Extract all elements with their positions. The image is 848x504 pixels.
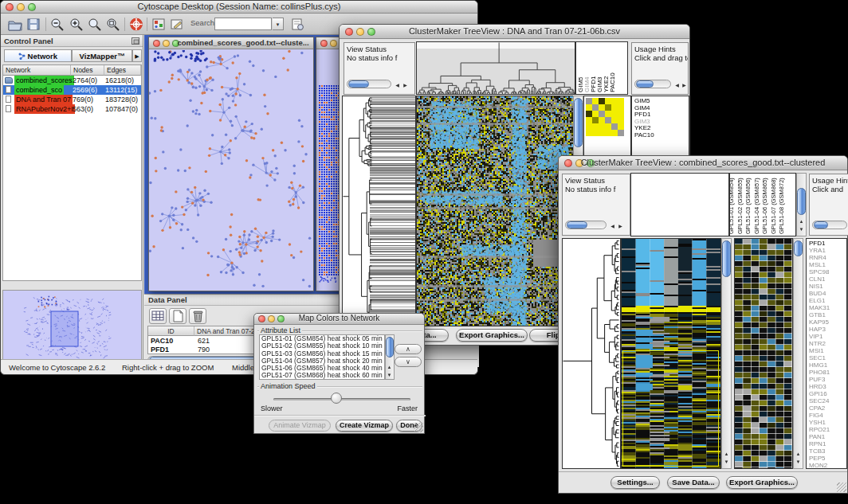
animation-speed-label: Animation Speed <box>259 382 317 390</box>
scroll-right-arrow[interactable]: ▶ <box>681 82 688 88</box>
network-overview-canvas[interactable] <box>3 291 141 366</box>
network-overview-panel <box>2 290 142 367</box>
scrollbar-thumb[interactable] <box>797 188 806 215</box>
save-data-button[interactable]: Save Data... <box>667 476 720 489</box>
open-folder-icon[interactable] <box>7 17 23 32</box>
row-dendrogram-canvas[interactable] <box>343 96 415 326</box>
treeview2-titlebar[interactable]: ClusterMaker TreeView : combined_scores_… <box>559 156 847 170</box>
tv2-heatmap-vscrollbar[interactable]: ▲ ▼ <box>721 238 732 469</box>
save-icon[interactable] <box>26 17 41 32</box>
scroll-down-arrow[interactable]: ▼ <box>795 459 802 465</box>
resize-grip[interactable] <box>837 483 846 492</box>
gene-label: FIG4 <box>809 412 844 419</box>
window-title: Cytoscape Desktop (Session Name: collins… <box>1 2 477 11</box>
search-input[interactable] <box>214 18 272 30</box>
treeview1-titlebar[interactable]: ClusterMaker TreeView : DNA and Tran 07-… <box>340 25 689 39</box>
tv2-status-scrollbar[interactable] <box>565 221 607 229</box>
zoom-fit-icon[interactable] <box>87 17 103 32</box>
tv1-status-scrollbar[interactable] <box>347 80 391 88</box>
scroll-left-arrow[interactable]: ◀ <box>394 82 401 88</box>
tv1-hints-scrollbar[interactable] <box>634 80 671 88</box>
gene-label: GPI16 <box>809 390 844 397</box>
scroll-left-arrow[interactable]: ◀ <box>673 82 681 88</box>
scroll-right-arrow[interactable]: ▶ <box>402 82 409 88</box>
usage-hints-text: Click and <box>812 185 848 193</box>
attribute-list[interactable]: GPL51-01 (GSM854) heat shock 05 minGPL51… <box>259 334 385 380</box>
attr-column-id[interactable]: ID <box>148 326 194 336</box>
export-graphics-button[interactable]: Export Graphics... <box>456 329 528 342</box>
column-header-network[interactable]: Network <box>3 65 71 76</box>
attribute-list-item[interactable]: GPL51-07 (GSM868) heat shock 60 min <box>260 372 384 379</box>
move-up-button[interactable]: ∧ <box>395 344 422 354</box>
tv2-zoom-view-panel <box>734 238 793 469</box>
scrollbar-thumb[interactable] <box>574 98 583 147</box>
export-graphics-button[interactable]: Export Graphics... <box>726 476 798 489</box>
scrollbar-thumb[interactable] <box>722 240 731 277</box>
scroll-up-arrow[interactable]: ▲ <box>798 218 805 225</box>
settings-button[interactable]: Settings... <box>610 476 660 489</box>
scroll-right-arrow[interactable]: ▶ <box>617 223 624 229</box>
scrollbar-thumb[interactable] <box>814 221 828 229</box>
array-label: GPL51-03 (GSM856) <box>745 178 752 234</box>
new-attribute-icon[interactable] <box>169 308 186 324</box>
help-lifebuoy-icon[interactable] <box>128 17 144 32</box>
scroll-up-arrow[interactable]: ▲ <box>386 364 393 370</box>
close-button[interactable] <box>320 40 328 47</box>
scrollbar-thumb[interactable] <box>386 337 394 357</box>
vizmapper-icon[interactable] <box>151 17 167 32</box>
animation-speed-slider-thumb[interactable] <box>331 393 342 404</box>
network-frame-titlebar[interactable]: combined_scores_good.txt--cluste... <box>149 37 313 49</box>
scroll-left-arrow[interactable]: ◀ <box>609 223 616 229</box>
tab-overflow-arrow[interactable]: ▶ <box>132 49 142 62</box>
move-down-button[interactable]: ∨ <box>395 357 422 367</box>
animation-speed-slider-track[interactable] <box>273 398 410 400</box>
session-note-icon[interactable] <box>289 17 305 32</box>
delete-attribute-icon[interactable] <box>189 308 206 324</box>
float-panel-icon[interactable] <box>132 37 139 45</box>
network-view-frame: combined_scores_good.txt--cluste... <box>148 37 314 291</box>
column-header-edges[interactable]: Edges <box>104 65 141 76</box>
network-name: RNAPuberNov2+I <box>14 104 75 114</box>
search-dropdown-icon[interactable]: ▼ <box>273 18 284 30</box>
network-list-row[interactable]: combined_sco2569(6)13112(15) <box>3 85 141 95</box>
zoom-out-icon[interactable] <box>49 17 65 32</box>
zoom-in-icon[interactable] <box>69 17 84 32</box>
panel-divider-handle[interactable] <box>57 283 80 287</box>
minimize-button[interactable] <box>330 40 337 47</box>
tab-vizmapper[interactable]: VizMapper™ <box>72 49 132 62</box>
column-dendrogram-canvas[interactable] <box>417 42 575 94</box>
scrollbar-thumb[interactable] <box>348 80 369 88</box>
scroll-down-arrow[interactable]: ▼ <box>798 226 805 232</box>
network-graph-canvas[interactable] <box>149 50 313 291</box>
tv2-zoom-vscrollbar[interactable]: ▲ ▼ <box>793 238 803 469</box>
scroll-down-arrow[interactable]: ▼ <box>386 372 393 378</box>
scrollbar-thumb[interactable] <box>567 221 587 229</box>
main-titlebar[interactable]: Cytoscape Desktop (Session Name: collins… <box>1 1 477 14</box>
tab-network[interactable]: Network <box>4 49 72 62</box>
select-attributes-icon[interactable] <box>149 308 167 324</box>
scrollbar-thumb[interactable] <box>794 240 803 256</box>
scrollbar-thumb[interactable] <box>636 80 654 88</box>
zoom-selected-icon[interactable] <box>105 17 121 32</box>
scroll-up-arrow[interactable]: ▲ <box>723 451 730 457</box>
gene-id: PFD1 <box>151 346 169 354</box>
create-vizmap-button[interactable]: Create Vizmap <box>336 420 393 432</box>
column-header-nodes[interactable]: Nodes <box>71 65 104 76</box>
scroll-up-arrow[interactable]: ▲ <box>795 451 802 457</box>
network-list-row[interactable]: combined_scores2764(0)16218(0) <box>3 76 141 85</box>
attribute-list-scrollbar[interactable]: ▲ ▼ <box>385 334 395 380</box>
resize-grip[interactable] <box>414 423 423 432</box>
scroll-down-arrow[interactable]: ▼ <box>723 459 730 465</box>
network-list-row[interactable]: DNA and Tran 07769(0)183728(0) <box>3 95 141 104</box>
control-panel-title: Control Panel <box>4 37 53 45</box>
array-label: GPL51-02 (GSM855) <box>737 178 744 234</box>
view-status-text: No status info f <box>565 185 627 193</box>
annotation-icon[interactable] <box>169 17 185 32</box>
network-list-table: Network Nodes Edges combined_scores2764(… <box>2 64 142 281</box>
dialog-titlebar[interactable]: Map Colors to Network <box>254 314 424 325</box>
tv2-row-dendrogram-panel <box>562 238 621 469</box>
network-list-row[interactable]: RNAPuberNov2+I563(0)107847(0) <box>3 104 141 114</box>
tv2-hints-scrollbar[interactable] <box>812 221 847 229</box>
row-dendrogram-canvas[interactable] <box>563 239 620 468</box>
tv2-labels-vscrollbar[interactable]: ▲ ▼ <box>796 173 807 236</box>
